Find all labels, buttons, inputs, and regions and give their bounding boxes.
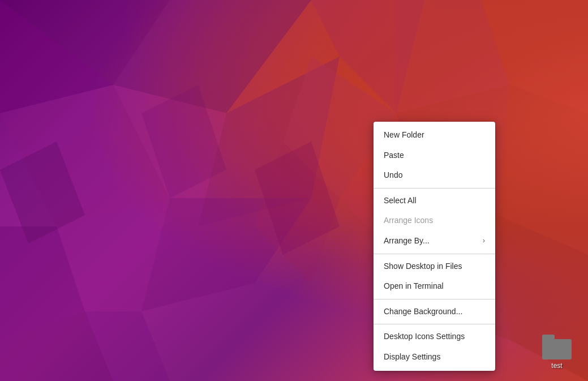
menu-item-select-all[interactable]: Select All [374,191,495,211]
menu-item-label-arrange-icons: Arrange Icons [384,215,433,226]
menu-item-display-settings[interactable]: Display Settings [374,347,495,367]
menu-item-label-change-background: Change Background... [384,306,462,318]
menu-item-paste[interactable]: Paste [374,145,495,166]
menu-item-change-background[interactable]: Change Background... [374,302,495,322]
menu-item-label-display-settings: Display Settings [384,352,440,363]
menu-item-label-undo: Undo [384,170,402,181]
submenu-arrow-icon: › [483,236,485,246]
menu-item-undo[interactable]: Undo [374,165,495,186]
menu-item-desktop-icons-settings[interactable]: Desktop Icons Settings [374,327,495,347]
menu-item-label-show-desktop: Show Desktop in Files [384,261,462,272]
menu-item-arrange-by[interactable]: Arrange By...› [374,231,495,251]
menu-item-label-open-terminal: Open in Terminal [384,281,444,292]
menu-item-new-folder[interactable]: New Folder [374,125,495,145]
menu-separator [374,188,495,189]
folder-icon-label: test [551,362,562,370]
menu-item-label-new-folder: New Folder [384,130,424,141]
desktop-folder-icon[interactable]: test [537,335,577,370]
menu-separator [374,254,495,254]
menu-item-arrange-icons: Arrange Icons [374,211,495,231]
menu-separator [374,299,495,299]
folder-body [542,339,572,359]
menu-item-open-terminal[interactable]: Open in Terminal [374,276,495,297]
menu-item-label-desktop-icons-settings: Desktop Icons Settings [384,331,465,343]
context-menu: New FolderPasteUndoSelect AllArrange Ico… [374,122,495,371]
menu-item-show-desktop[interactable]: Show Desktop in Files [374,256,495,277]
desktop-background[interactable] [0,0,588,381]
menu-separator [374,324,495,324]
folder-icon-graphic [542,335,572,359]
menu-item-label-arrange-by: Arrange By... [384,236,430,247]
menu-item-label-paste: Paste [384,150,404,161]
background-artwork [0,0,588,381]
menu-item-label-select-all: Select All [384,195,417,207]
